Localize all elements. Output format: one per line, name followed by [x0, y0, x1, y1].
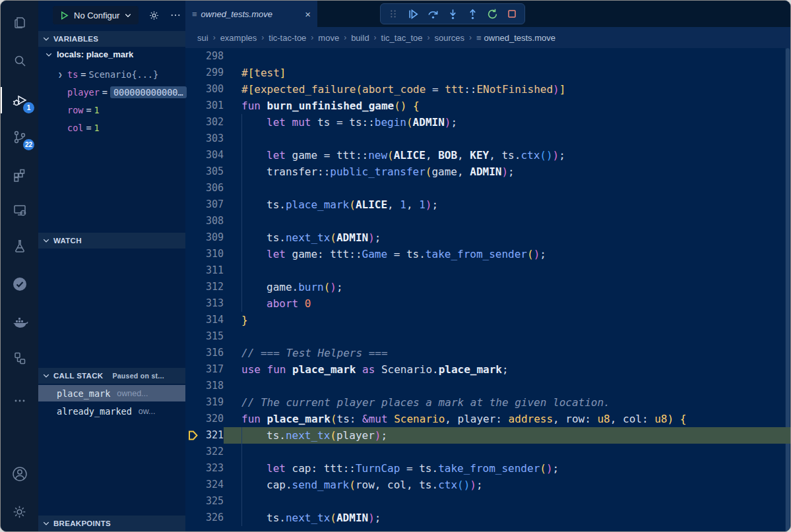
breadcrumb-item[interactable]: sui: [197, 33, 208, 43]
indent-guide: [241, 427, 267, 444]
indent-guide: [241, 229, 267, 246]
line-number[interactable]: 308: [185, 213, 224, 229]
variable-row-row[interactable]: row=1: [58, 103, 100, 117]
breadcrumb-item[interactable]: tic-tac-toe: [269, 33, 306, 43]
line-number[interactable]: 325: [185, 493, 224, 510]
line-number[interactable]: 323: [185, 460, 224, 477]
coverage-icon[interactable]: [1, 268, 38, 300]
line-number[interactable]: 303: [185, 131, 224, 147]
drag-handle[interactable]: [385, 5, 402, 22]
line-number[interactable]: 302: [185, 114, 224, 131]
code-line-305: 305transfer::public_transfer(game, ADMIN…: [185, 163, 790, 180]
breadcrumb-item[interactable]: examples: [220, 33, 257, 43]
stack-frame-already_marked[interactable]: already_markedow...: [38, 403, 185, 419]
breadcrumb-item[interactable]: move: [318, 33, 339, 43]
line-number[interactable]: 317: [185, 361, 224, 378]
line-number[interactable]: 322: [185, 444, 224, 460]
code-text: let game: ttt::Game = ts.take_from_sende…: [224, 246, 790, 262]
step-into-button[interactable]: [444, 5, 461, 22]
call-stack-section-header[interactable]: CALL STACK Paused on st...: [38, 368, 185, 384]
debug-toolbar: [380, 3, 525, 24]
chevron-down-icon: [42, 237, 50, 245]
explorer-icon[interactable]: [1, 7, 38, 38]
code-text: }: [224, 312, 790, 328]
line-number[interactable]: 300: [185, 81, 224, 98]
variable-row-ts[interactable]: ❯ts=Scenario{...}: [58, 67, 158, 82]
breadcrumb-item[interactable]: tic_tac_toe: [381, 33, 423, 43]
breadcrumb-item[interactable]: sources: [434, 33, 464, 43]
line-number[interactable]: 310: [185, 246, 224, 262]
search-icon[interactable]: [1, 45, 38, 76]
indent-guide: [241, 262, 267, 279]
line-number[interactable]: 307: [185, 196, 224, 213]
docker-icon[interactable]: [1, 307, 38, 338]
breadcrumb-separator: ›: [464, 33, 476, 42]
watch-header-label: WATCH: [53, 237, 82, 245]
debug-settings-gear-icon[interactable]: [148, 9, 160, 22]
line-number[interactable]: 318: [185, 378, 224, 394]
more-views-icon[interactable]: [1, 385, 38, 417]
breadcrumb-separator: ›: [306, 33, 318, 42]
debug-launch-toolbar: No Configur: [38, 1, 185, 30]
line-number[interactable]: 301: [185, 98, 224, 114]
extensions-icon[interactable]: [1, 160, 38, 191]
line-number[interactable]: 299: [185, 65, 224, 81]
stack-frame-place_mark[interactable]: place_markowned...: [38, 385, 185, 401]
code-text: game.burn();: [224, 279, 790, 295]
line-number[interactable]: 319: [185, 394, 224, 411]
line-number[interactable]: 324: [185, 477, 224, 493]
code-line-298: 298: [185, 48, 790, 65]
account-icon[interactable]: [1, 458, 38, 490]
code-line-317: 317use fun place_mark as Scenario.place_…: [185, 361, 790, 378]
source-control-icon[interactable]: 22: [1, 121, 38, 153]
variable-name: col: [67, 123, 83, 133]
launch-config-dropdown[interactable]: No Configur: [53, 6, 139, 24]
breakpoints-section-header[interactable]: BREAKPOINTS: [38, 516, 185, 531]
variables-scope-row[interactable]: locals: place_mark: [45, 49, 133, 59]
views-more-icon[interactable]: [170, 9, 181, 21]
testing-icon[interactable]: [1, 230, 38, 262]
continue-button[interactable]: [404, 5, 422, 22]
code-editor[interactable]: 298299#[test]300#[expected_failure(abort…: [185, 48, 790, 532]
chevron-down-icon: [42, 372, 50, 380]
breadcrumb-separator: ›: [208, 33, 220, 42]
breadcrumb-separator: ›: [369, 33, 381, 42]
line-number[interactable]: 309: [185, 229, 224, 246]
frame-function: place_mark: [57, 388, 110, 399]
breadcrumb-item[interactable]: ≡owned_tests.move: [476, 33, 555, 43]
line-number[interactable]: 313: [185, 295, 224, 312]
step-over-button[interactable]: [424, 5, 441, 22]
line-number[interactable]: 306: [185, 180, 224, 196]
restart-button[interactable]: [484, 5, 501, 22]
variable-row-player[interactable]: player=000000000000…: [58, 85, 187, 100]
tab-owned-tests[interactable]: ≡ owned_tests.move ×: [185, 1, 317, 27]
line-number[interactable]: 311: [185, 262, 224, 279]
breadcrumb-item[interactable]: build: [351, 33, 369, 43]
line-number[interactable]: 326: [185, 510, 224, 526]
remote-explorer-icon[interactable]: [1, 194, 38, 225]
code-line-301: 301fun burn_unfinished_game() {: [185, 98, 790, 114]
line-number[interactable]: 315: [185, 328, 224, 345]
chevron-down-icon: [42, 519, 50, 527]
step-out-button[interactable]: [464, 5, 481, 22]
containers-icon[interactable]: [1, 342, 38, 374]
run-and-debug-icon[interactable]: 1: [1, 84, 38, 116]
line-number[interactable]: 298: [185, 48, 224, 65]
line-number[interactable]: 305: [185, 163, 224, 180]
line-number[interactable]: 314: [185, 312, 224, 328]
watch-section-header[interactable]: WATCH: [38, 233, 185, 249]
stop-button[interactable]: [503, 5, 521, 22]
line-number[interactable]: 316: [185, 345, 224, 361]
variables-section-header[interactable]: VARIABLES: [38, 31, 185, 47]
config-label: No Configur: [74, 11, 119, 20]
close-tab-icon[interactable]: ×: [305, 9, 311, 20]
line-number[interactable]: 312: [185, 279, 224, 295]
code-line-313: 313abort 0: [185, 295, 790, 312]
line-number[interactable]: 304: [185, 147, 224, 163]
code-line-321: 321ts.next_tx(player);: [185, 427, 790, 444]
line-number[interactable]: 320: [185, 411, 224, 427]
variable-row-col[interactable]: col=1: [58, 121, 100, 135]
line-number[interactable]: 321: [185, 427, 224, 444]
chevron-right-icon[interactable]: ❯: [58, 71, 67, 79]
settings-gear-icon[interactable]: [1, 496, 38, 527]
